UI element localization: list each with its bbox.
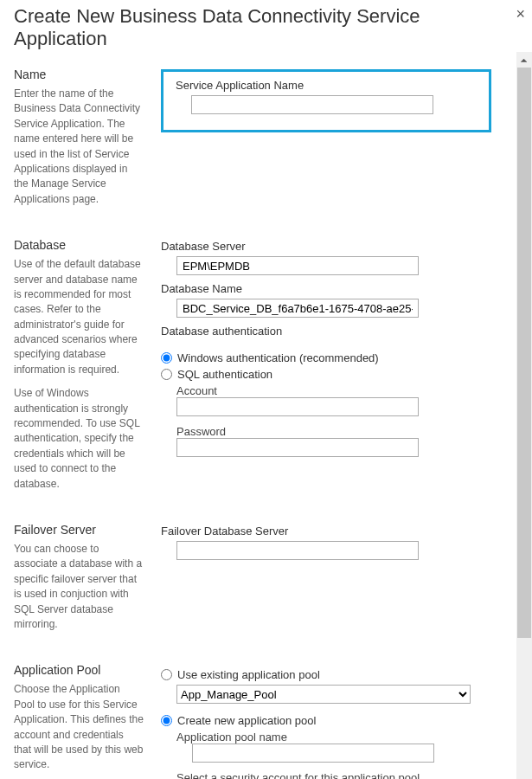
create-new-pool-label: Create new application pool bbox=[177, 714, 316, 727]
dialog-container: Create New Business Data Connectivity Se… bbox=[0, 0, 502, 779]
section-database: Database Use of the default database ser… bbox=[14, 238, 491, 500]
scroll-thumb[interactable] bbox=[517, 68, 531, 638]
name-section-desc: Enter the name of the Business Data Conn… bbox=[14, 87, 144, 207]
service-app-name-input[interactable] bbox=[191, 95, 433, 114]
page-title: Create New Business Data Connectivity Se… bbox=[14, 5, 491, 50]
apppool-section-title: Application Pool bbox=[14, 663, 144, 677]
db-server-input[interactable] bbox=[176, 256, 419, 275]
windows-auth-radio[interactable] bbox=[161, 352, 172, 364]
use-existing-pool-label: Use existing application pool bbox=[177, 668, 320, 681]
database-section-desc1: Use of the default database server and d… bbox=[14, 257, 144, 377]
existing-pool-select[interactable]: App_Manage_Pool bbox=[176, 685, 471, 704]
db-name-label: Database Name bbox=[161, 282, 491, 295]
use-existing-pool-radio[interactable] bbox=[161, 669, 172, 680]
failover-section-title: Failover Server bbox=[14, 523, 144, 537]
pool-name-input[interactable] bbox=[192, 744, 434, 763]
account-label: Account bbox=[176, 384, 491, 397]
vertical-scrollbar[interactable]: ⏶ ⏷ bbox=[516, 52, 532, 779]
sql-auth-radio[interactable] bbox=[161, 369, 172, 380]
database-section-desc2: Use of Windows authentication is strongl… bbox=[14, 386, 144, 492]
windows-auth-label: Windows authentication (recommended) bbox=[177, 351, 379, 364]
section-apppool: Application Pool Choose the Application … bbox=[14, 663, 491, 779]
scroll-up-icon[interactable]: ⏶ bbox=[516, 52, 532, 68]
create-new-pool-radio[interactable] bbox=[161, 715, 172, 726]
failover-server-input[interactable] bbox=[176, 541, 419, 560]
sql-auth-label: SQL authentication bbox=[177, 368, 272, 381]
account-input[interactable] bbox=[176, 397, 419, 416]
failover-section-desc: You can choose to associate a database w… bbox=[14, 542, 144, 632]
security-account-label: Select a security account for this appli… bbox=[176, 771, 491, 779]
section-name: Name Enter the name of the Business Data… bbox=[14, 68, 491, 216]
password-label: Password bbox=[176, 425, 491, 438]
section-failover: Failover Server You can choose to associ… bbox=[14, 523, 491, 641]
service-app-name-highlight: Service Application Name bbox=[161, 69, 491, 132]
db-auth-label: Database authentication bbox=[161, 325, 491, 338]
apppool-section-desc1: Choose the Application Pool to use for t… bbox=[14, 682, 144, 772]
name-section-title: Name bbox=[14, 68, 144, 81]
database-section-title: Database bbox=[14, 238, 144, 252]
service-app-name-label: Service Application Name bbox=[176, 79, 477, 92]
db-name-input[interactable] bbox=[176, 299, 419, 318]
close-icon[interactable]: × bbox=[516, 5, 525, 23]
failover-server-label: Failover Database Server bbox=[161, 525, 491, 538]
password-input[interactable] bbox=[176, 438, 419, 457]
db-server-label: Database Server bbox=[161, 240, 491, 253]
pool-name-label: Application pool name bbox=[176, 731, 491, 744]
